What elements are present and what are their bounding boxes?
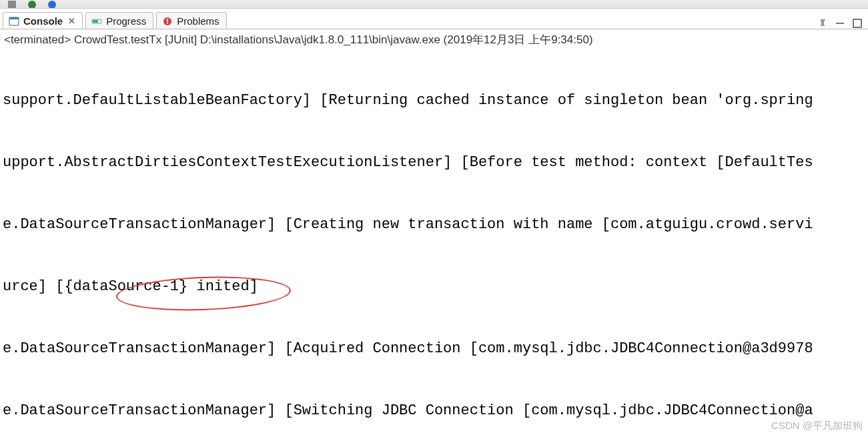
tab-console[interactable]: Console ✕ (3, 12, 83, 29)
view-tab-bar: Console ✕ Progress Problems (0, 9, 868, 29)
toolbar-button[interactable] (27, 0, 37, 9)
svg-rect-8 (167, 19, 168, 22)
svg-rect-0 (8, 1, 16, 9)
tab-progress[interactable]: Progress (85, 12, 153, 29)
log-line: e.DataSourceTransactionManager] [Creatin… (3, 214, 868, 235)
svg-rect-6 (93, 20, 98, 23)
tab-label: Problems (177, 15, 219, 27)
launch-status: <terminated> CrowdTest.testTx [JUnit] D:… (0, 29, 868, 49)
minimize-icon[interactable] (835, 18, 845, 29)
svg-rect-9 (167, 23, 168, 24)
svg-point-2 (48, 1, 56, 9)
problems-icon (162, 16, 173, 27)
tab-label: Progress (106, 15, 146, 27)
log-line: e.DataSourceTransactionManager] [Acquire… (3, 338, 868, 359)
close-icon[interactable]: ✕ (68, 16, 75, 26)
progress-icon (91, 16, 102, 27)
log-line: upport.AbstractDirtiesContextTestExecuti… (3, 152, 868, 173)
svg-rect-4 (9, 17, 19, 19)
maximize-icon[interactable] (852, 18, 863, 29)
log-line: urce] [{dataSource-1} inited] (3, 276, 868, 297)
toolbar-button[interactable] (7, 0, 17, 9)
tab-label: Console (23, 15, 63, 27)
console-icon (9, 16, 19, 27)
toolbar-button[interactable] (47, 0, 57, 9)
tab-problems[interactable]: Problems (156, 12, 226, 29)
svg-rect-11 (853, 19, 861, 27)
console-output[interactable]: support.DefaultListableBeanFactory] [Ret… (0, 49, 868, 435)
svg-rect-10 (836, 23, 844, 24)
log-line: support.DefaultListableBeanFactory] [Ret… (3, 90, 868, 111)
main-toolbar (0, 0, 868, 9)
log-line: e.DataSourceTransactionManager] [Switchi… (3, 400, 868, 421)
pin-icon[interactable] (817, 18, 828, 29)
svg-point-1 (28, 1, 36, 9)
